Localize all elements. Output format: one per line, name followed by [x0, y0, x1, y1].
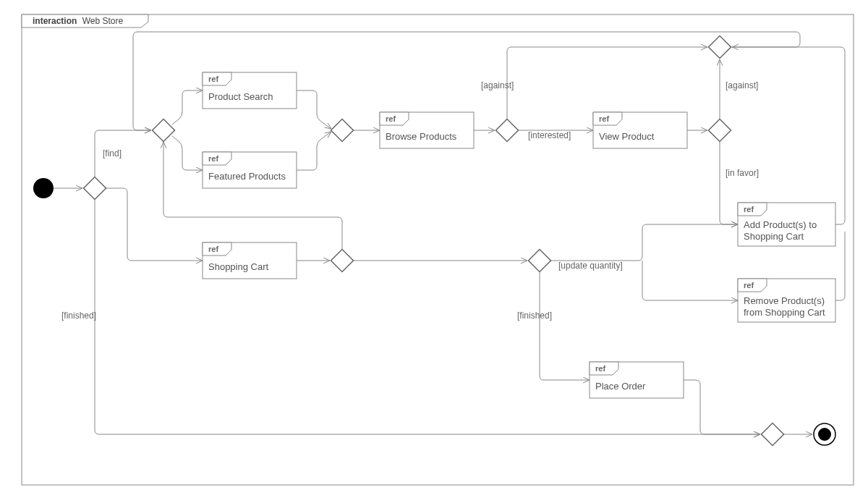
decision-view	[708, 119, 731, 141]
guard-updateqty: [update quantity]	[558, 261, 623, 271]
guard-infavor: [in favor]	[726, 168, 759, 178]
ref-browse-products: ref Browse Products	[380, 112, 474, 148]
svg-text:ref: ref	[386, 114, 396, 123]
guard-interested: [interested]	[528, 130, 571, 140]
svg-rect-30	[528, 249, 550, 271]
guard-finished-mid: [finished]	[517, 311, 552, 321]
edge-d1-finished	[95, 200, 760, 434]
svg-rect-34	[761, 423, 783, 445]
svg-rect-0	[83, 177, 106, 199]
edge-remove-d6	[835, 232, 845, 300]
svg-text:View Product: View Product	[599, 131, 655, 142]
decision-find	[152, 119, 174, 141]
svg-text:Shopping Cart: Shopping Cart	[744, 231, 804, 242]
decision-main	[83, 177, 106, 199]
edge-d8-remove	[642, 261, 738, 300]
frame-title: interaction Web Store	[33, 16, 123, 26]
svg-text:ref: ref	[744, 281, 754, 290]
ref-shopping-cart: ref Shopping Cart	[203, 242, 297, 279]
svg-text:Featured Products: Featured Products	[208, 171, 286, 182]
ref-product-search: ref Product Search	[203, 72, 297, 109]
frame-name: Web Store	[82, 16, 124, 26]
ref-featured-products: ref Featured Products	[203, 152, 297, 188]
svg-text:Remove Product(s): Remove Product(s)	[744, 295, 825, 306]
ref-add-products: ref Add Product(s) to Shopping Cart	[738, 203, 835, 246]
svg-text:ref: ref	[208, 245, 218, 253]
edge-placeorder-d9	[684, 380, 760, 434]
ref-view-product: ref View Product	[593, 112, 687, 148]
svg-rect-17	[708, 35, 731, 58]
edge-d1-cart	[106, 188, 203, 261]
svg-rect-8	[331, 119, 353, 141]
decision-update	[528, 249, 550, 271]
edge-d2-featured	[172, 136, 203, 170]
svg-text:ref: ref	[208, 154, 218, 163]
ref-remove-products: ref Remove Product(s) from Shopping Cart	[738, 279, 835, 322]
frame-keyword: interaction	[33, 16, 77, 26]
svg-text:ref: ref	[595, 364, 605, 373]
edge-featured-d3	[297, 132, 331, 170]
svg-text:ref: ref	[208, 75, 218, 83]
svg-text:from Shopping Cart: from Shopping Cart	[744, 307, 825, 318]
ref-place-order: ref Place Order	[590, 362, 684, 398]
merge-search-featured	[331, 119, 353, 141]
edge-d2-search	[172, 90, 203, 124]
svg-text:Shopping Cart: Shopping Cart	[208, 261, 268, 272]
guard-against2: [against]	[726, 80, 758, 90]
decision-browse	[495, 119, 518, 141]
svg-text:ref: ref	[599, 114, 609, 123]
edge-add-d6	[732, 47, 845, 224]
interaction-overview-diagram: interaction Web Store ref Product Search…	[0, 0, 868, 498]
initial-node	[33, 178, 54, 198]
edge-d8-add	[551, 224, 738, 261]
decision-cart	[331, 249, 353, 271]
svg-rect-1	[152, 119, 174, 141]
guard-find: [find]	[103, 148, 122, 159]
svg-rect-16	[708, 119, 731, 141]
svg-text:Place Order: Place Order	[595, 381, 646, 392]
edge-d5-infavor	[720, 142, 738, 224]
merge-final	[761, 423, 783, 445]
guard-finished-left: [finished]	[61, 311, 96, 321]
svg-rect-12	[495, 119, 518, 141]
svg-text:Add Product(s) to: Add Product(s) to	[744, 219, 817, 230]
svg-rect-29	[331, 249, 353, 271]
guard-against1: [against]	[481, 80, 514, 90]
edge-search-d3	[297, 90, 331, 129]
merge-top	[708, 35, 731, 58]
svg-text:Browse Products: Browse Products	[386, 131, 457, 142]
edge-d8-placeorder	[540, 272, 590, 380]
svg-text:ref: ref	[744, 205, 754, 214]
final-node	[814, 423, 835, 445]
svg-point-36	[818, 428, 831, 441]
svg-text:Product Search: Product Search	[208, 91, 273, 102]
edge-d4-against	[507, 47, 707, 119]
